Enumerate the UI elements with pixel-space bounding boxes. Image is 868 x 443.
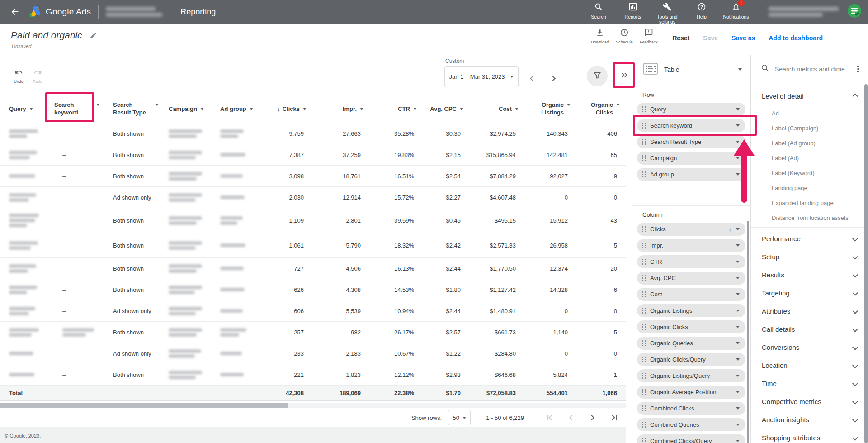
- column-header-organic-listings[interactable]: Organic Listings: [525, 101, 577, 116]
- drag-handle-icon[interactable]: [642, 226, 646, 232]
- column-chip-avg-cpc[interactable]: Avg. CPC: [637, 272, 745, 285]
- row-chip-search-result-type[interactable]: Search Result Type: [637, 135, 745, 148]
- table-row[interactable]: – Both shown 1,061 5,790 18.32% $2.42 $2…: [0, 233, 626, 258]
- row-chip-search-keyword[interactable]: Search keyword: [637, 119, 745, 132]
- dimension-item-label-ad[interactable]: Label (Ad): [751, 151, 868, 166]
- section-results[interactable]: Results: [751, 266, 868, 284]
- drag-handle-icon[interactable]: [642, 291, 646, 297]
- row-chip-ad-group[interactable]: Ad group: [637, 168, 745, 181]
- nav-reports[interactable]: Reports: [617, 0, 649, 19]
- row-chip-campaign[interactable]: Campaign: [637, 152, 745, 165]
- panel-scrollbar-thumb[interactable]: [747, 221, 749, 443]
- nav-search[interactable]: Search: [583, 0, 614, 19]
- nav-tools-and-settings[interactable]: Tools and settings: [651, 0, 683, 24]
- column-header-organic-clicks[interactable]: Organic Clicks: [577, 101, 626, 116]
- section-competitive-metrics[interactable]: Competitive metrics: [751, 392, 868, 410]
- dimension-item-label-campaign[interactable]: Label (Campaign): [751, 121, 868, 136]
- next-period-button[interactable]: [548, 71, 557, 85]
- table-row[interactable]: – Both shown 9,759 27,663 35.28% $0.30 $…: [0, 123, 626, 144]
- drag-handle-icon[interactable]: [642, 373, 646, 379]
- drag-handle-icon[interactable]: [642, 123, 646, 129]
- drag-handle-icon[interactable]: [642, 139, 646, 145]
- table-row[interactable]: – Ad shown only 606 5,539 10.94% $2.44 $…: [0, 300, 626, 322]
- section-performance[interactable]: Performance: [751, 229, 868, 248]
- panel-scrollbar-thumb[interactable]: [864, 84, 868, 443]
- column-chip-clicks[interactable]: Clicks↓: [637, 223, 745, 236]
- section-auction-insights[interactable]: Auction insights: [751, 410, 868, 429]
- add-to-dashboard-button[interactable]: Add to dashboard: [769, 34, 823, 42]
- column-header-ctr[interactable]: CTR: [370, 105, 423, 113]
- save-as-button[interactable]: Save as: [731, 34, 755, 42]
- column-chip-impressions[interactable]: Impr.: [637, 239, 745, 252]
- dimension-item-label-keyword[interactable]: Label (Keyword): [751, 166, 868, 181]
- table-row[interactable]: – Both shown 221 1,823 12.12% $2.93 $646…: [0, 364, 626, 386]
- dimension-item-landing-page[interactable]: Landing page: [751, 181, 868, 195]
- section-time[interactable]: Time: [751, 374, 868, 392]
- drag-handle-icon[interactable]: [642, 155, 646, 161]
- column-chip-combined-queries[interactable]: Combined Queries: [637, 418, 745, 431]
- column-header-clicks[interactable]: ↓Clicks: [253, 105, 313, 113]
- chart-type-selector[interactable]: Table: [632, 55, 750, 84]
- drag-handle-icon[interactable]: [642, 389, 646, 395]
- collapse-panel-button[interactable]: [616, 66, 633, 86]
- filter-button[interactable]: [587, 66, 608, 86]
- horizontal-scrollbar-thumb[interactable]: [0, 403, 288, 408]
- save-button[interactable]: Save: [703, 34, 718, 42]
- previous-page-button[interactable]: [566, 412, 576, 423]
- table-row[interactable]: – Both shown 626 4,308 14.53% $1.80 $1,1…: [0, 279, 626, 300]
- dimension-item-expanded-landing-page[interactable]: Expanded landing page: [751, 195, 868, 210]
- drag-handle-icon[interactable]: [642, 357, 646, 362]
- nav-notifications[interactable]: ! Notifications: [720, 0, 752, 19]
- column-header-ad-group[interactable]: Ad group: [212, 105, 253, 113]
- reset-button[interactable]: Reset: [672, 34, 689, 42]
- column-header-query[interactable]: Query: [0, 105, 49, 113]
- back-arrow-icon[interactable]: [10, 7, 20, 17]
- drag-handle-icon[interactable]: [642, 106, 646, 112]
- column-chip-organic-listings-query[interactable]: Organic Listings/Query: [637, 369, 745, 382]
- first-page-button[interactable]: [544, 412, 555, 423]
- column-header-search-keyword[interactable]: Search keyword: [49, 101, 108, 116]
- download-button[interactable]: Download: [588, 28, 612, 44]
- dimension-item-ad[interactable]: Ad: [751, 106, 868, 121]
- redo-button[interactable]: Redo: [32, 68, 43, 84]
- column-chip-ctr[interactable]: CTR: [637, 255, 745, 268]
- section-attributes[interactable]: Attributes: [751, 302, 868, 320]
- section-conversions[interactable]: Conversions: [751, 338, 868, 356]
- section-call-details[interactable]: Call details: [751, 320, 868, 338]
- account-info-redacted[interactable]: [769, 5, 841, 19]
- table-row[interactable]: – Ad shown only 233 2,183 10.67% $1.22 $…: [0, 343, 626, 364]
- nav-help[interactable]: ? Help: [686, 0, 717, 19]
- column-header-campaign[interactable]: Campaign: [161, 105, 212, 113]
- feedback-button[interactable]: Feedback: [637, 28, 661, 44]
- drag-handle-icon[interactable]: [642, 243, 646, 248]
- page-size-select[interactable]: 50: [448, 410, 471, 425]
- table-row[interactable]: – Both shown 727 4,506 16.13% $2.44 $1,7…: [0, 258, 626, 279]
- horizontal-scrollbar[interactable]: [0, 403, 626, 408]
- drag-handle-icon[interactable]: [642, 438, 646, 443]
- section-targeting[interactable]: Targeting: [751, 284, 868, 302]
- column-chip-organic-listings[interactable]: Organic Listings: [637, 304, 745, 317]
- column-chip-combined-clicks[interactable]: Combined Clicks: [637, 402, 745, 415]
- table-row[interactable]: – Both shown 3,098 18,761 16.51% $2.54 $…: [0, 166, 626, 187]
- table-row[interactable]: – Ad shown only 2,030 12,914 15.72% $2.2…: [0, 187, 626, 208]
- row-chip-query[interactable]: Query: [637, 103, 745, 116]
- drag-handle-icon[interactable]: [642, 308, 646, 314]
- account-selector-redacted[interactable]: [106, 5, 165, 19]
- dimension-item-distance-from-location-assets[interactable]: Distance from location assets: [751, 210, 868, 225]
- column-chip-organic-clicks-query[interactable]: Organic Clicks/Query: [637, 353, 745, 366]
- edit-title-pencil-icon[interactable]: [90, 32, 97, 39]
- drag-handle-icon[interactable]: [642, 340, 646, 346]
- undo-button[interactable]: Undo: [13, 68, 24, 84]
- column-header-cost[interactable]: Cost: [470, 105, 525, 113]
- section-location[interactable]: Location: [751, 356, 868, 374]
- column-chip-organic-queries[interactable]: Organic Queries: [637, 337, 745, 350]
- kebab-menu-icon[interactable]: [857, 66, 859, 73]
- schedule-button[interactable]: Schedule: [612, 28, 637, 44]
- date-range-picker[interactable]: Jan 1 – Mar 31, 2023: [444, 66, 519, 87]
- section-level-of-detail[interactable]: Level of detail: [751, 86, 868, 106]
- column-header-search-result-type[interactable]: Search Result Type: [108, 101, 161, 116]
- table-row[interactable]: – Both shown 1,109 2,801 39.59% $0.45 $4…: [0, 208, 626, 233]
- section-shopping-attributes[interactable]: Shopping attributes: [751, 429, 868, 443]
- table-row[interactable]: Both shown 257 982 26.17% $2.57 $661.73 …: [0, 322, 626, 343]
- column-chip-combined-clicks-query[interactable]: Combined Clicks/Query: [637, 434, 745, 443]
